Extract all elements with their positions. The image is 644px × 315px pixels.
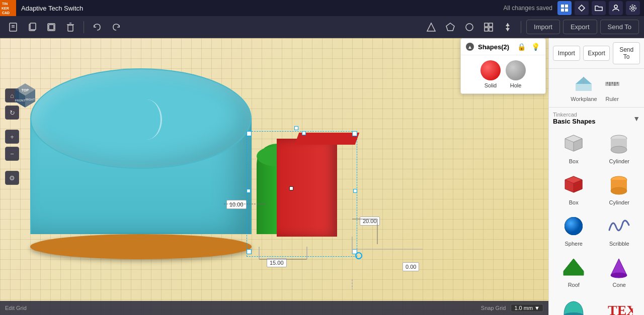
ruler-icon — [602, 74, 622, 94]
svg-marker-30 — [506, 28, 510, 31]
right-panel: Import Export Send To Workplane — [548, 38, 644, 315]
shape-label-box-red: Box — [569, 199, 579, 205]
send-to-button[interactable]: Send To — [600, 20, 639, 34]
svg-text:TIN: TIN — [2, 2, 8, 6]
library-name: Basic Shapes — [553, 118, 633, 125]
library-dropdown[interactable]: ▼ — [633, 115, 640, 123]
shape-label-cyl-grey: Cylinder — [609, 158, 629, 164]
cylinder-bottom — [30, 234, 252, 259]
shapes-lock-button[interactable]: 🔒 — [516, 42, 526, 52]
shapes-grid: Box Cylinder — [553, 129, 640, 315]
settings-view-button[interactable]: ⚙ — [5, 171, 19, 185]
new-button[interactable] — [5, 19, 21, 35]
workplane-label: Workplane — [571, 96, 597, 102]
shape-label-box-grey: Box — [569, 158, 579, 164]
shapes-panel-header: ▲ Shapes(2) 🔒 💡 — [461, 39, 545, 55]
grid-view-button[interactable] — [557, 1, 572, 15]
export-button[interactable]: Export — [563, 20, 597, 34]
dimension-height: 0.00 — [403, 262, 419, 271]
shape-item-cyl-orange[interactable]: Cylinder — [599, 170, 640, 207]
shape-item-cone[interactable]: Cone — [599, 253, 640, 290]
circle-button[interactable] — [461, 19, 477, 35]
zoom-in-button[interactable]: + — [5, 130, 19, 144]
handle-tr[interactable] — [352, 131, 357, 136]
svg-point-10 — [630, 5, 636, 11]
snap-button[interactable] — [423, 19, 439, 35]
folder-button[interactable] — [592, 1, 606, 15]
shape-label-sphere: Sphere — [565, 241, 583, 247]
svg-text:CAD: CAD — [2, 11, 10, 15]
panel-collapse-button[interactable]: ▲ — [466, 43, 474, 51]
shapes-panel: ▲ Shapes(2) 🔒 💡 Solid Hole — [460, 38, 546, 94]
handle-mr[interactable] — [353, 189, 357, 193]
handle-center[interactable] — [289, 186, 293, 190]
shape-item-scribble[interactable]: Scribble — [599, 212, 640, 249]
shape-label-scribble: Scribble — [609, 241, 629, 247]
dimension-width: 10.00 — [226, 200, 247, 209]
handle-top-center[interactable] — [294, 126, 298, 130]
svg-rect-4 — [561, 5, 564, 8]
ruler-tool[interactable]: Ruler — [602, 74, 622, 102]
import-button[interactable]: Import — [526, 20, 560, 34]
shape-button[interactable] — [442, 19, 458, 35]
round-roof-thumb — [558, 296, 589, 315]
redo-button[interactable] — [108, 19, 124, 35]
selected-shape[interactable] — [257, 139, 347, 249]
shape-item-text[interactable]: TEXT Text — [599, 294, 640, 315]
hole-label: Hole — [510, 82, 522, 88]
send-to-action-button[interactable]: Send To — [613, 42, 640, 64]
cyl-orange-thumb — [604, 172, 634, 197]
shape-label-cyl-orange: Cylinder — [609, 199, 629, 205]
duplicate-button[interactable] — [43, 19, 59, 35]
svg-rect-5 — [565, 5, 568, 8]
shape-item-sphere[interactable]: Sphere — [553, 212, 595, 249]
hole-option[interactable]: Hole — [506, 60, 526, 88]
handle-bl[interactable] — [247, 249, 252, 254]
dimension-depth: 20.00 — [360, 217, 380, 226]
handle-tl[interactable] — [247, 131, 252, 136]
shape-item-box-red[interactable]: Box — [553, 170, 595, 207]
rotation-handle[interactable] — [355, 252, 362, 259]
copy-button[interactable] — [24, 19, 40, 35]
shape-item-roof[interactable]: Roof — [553, 253, 595, 290]
shape-item-round-roof[interactable]: Round Roof — [553, 294, 595, 315]
shape-item-box-grey[interactable]: Box — [553, 129, 595, 166]
red-box — [277, 139, 337, 237]
svg-marker-22 — [446, 23, 454, 31]
grid-button[interactable] — [480, 19, 497, 35]
handle-tm[interactable] — [302, 131, 306, 135]
svg-text:TOP: TOP — [22, 88, 29, 92]
import-action-button[interactable]: Import — [553, 46, 580, 61]
workplane-tool[interactable]: Workplane — [571, 74, 597, 102]
edit-grid-label: Edit Grid — [5, 305, 27, 311]
text-thumb: TEXT — [604, 296, 634, 315]
sphere-thumb — [558, 214, 589, 239]
transform-button[interactable] — [575, 1, 589, 15]
cylinder-top — [30, 68, 252, 169]
shape-label-cone: Cone — [613, 282, 626, 288]
export-action-button[interactable]: Export — [583, 46, 610, 61]
svg-rect-24 — [485, 23, 488, 27]
view-cube[interactable]: TOP RIGHT FRONT — [10, 79, 40, 110]
top-icons — [557, 1, 640, 15]
tinkercad-logo: TIN KER CAD — [0, 0, 16, 16]
undo-button[interactable] — [89, 19, 105, 35]
settings-button[interactable] — [626, 1, 640, 15]
shape-item-cyl-grey[interactable]: Cylinder — [599, 129, 640, 166]
svg-point-61 — [611, 146, 627, 153]
shapes-info-button[interactable]: 💡 — [530, 42, 540, 52]
box-grey-thumb — [558, 131, 589, 156]
hole-shape-icon — [506, 60, 526, 80]
shape-label-roof: Roof — [568, 282, 580, 288]
solid-option[interactable]: Solid — [480, 60, 501, 88]
svg-point-9 — [632, 7, 634, 10]
zoom-out-button[interactable]: − — [5, 147, 19, 161]
align-button[interactable] — [500, 19, 516, 35]
svg-rect-6 — [561, 9, 564, 12]
cylinder-arc — [132, 99, 162, 140]
handle-ml[interactable] — [247, 189, 251, 193]
user-button[interactable] — [609, 1, 623, 15]
snap-grid-value[interactable]: 1.0 mm ▼ — [511, 304, 543, 312]
delete-button[interactable] — [62, 19, 78, 35]
svg-point-8 — [614, 5, 617, 8]
